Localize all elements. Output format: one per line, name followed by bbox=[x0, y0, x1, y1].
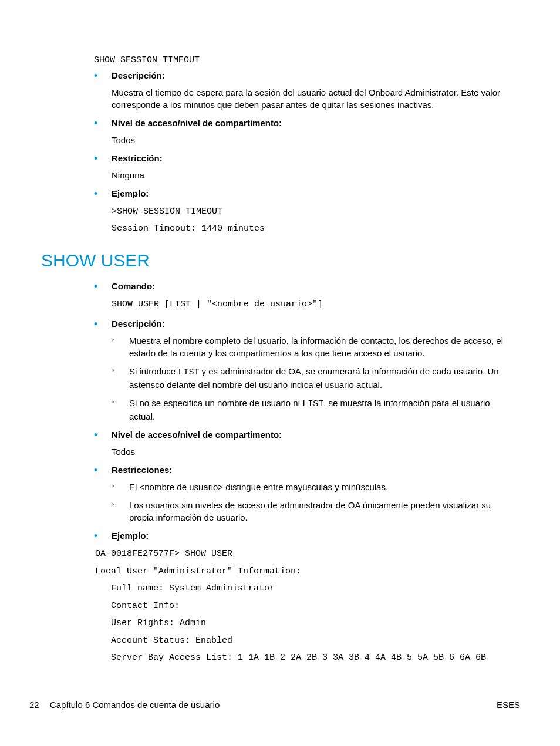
desc-sub-3-pre: Si no se especifica un nombre de usuario… bbox=[129, 398, 302, 408]
list-item: Ejemplo: >SHOW SESSION TIMEOUT Session T… bbox=[94, 188, 507, 237]
example-line: Local User "Administrator" Information: bbox=[95, 564, 507, 579]
access-label: Nivel de acceso/nivel de compartimento: bbox=[112, 430, 507, 440]
restriction-label: Restricción: bbox=[112, 153, 507, 163]
restrictions-label: Restricciones: bbox=[112, 465, 507, 475]
access-text: Todos bbox=[112, 134, 507, 146]
description-label: Descripción: bbox=[112, 319, 507, 329]
example-label: Ejemplo: bbox=[112, 531, 507, 541]
command-label: Comando: bbox=[112, 281, 507, 291]
description-label: Descripción: bbox=[112, 70, 507, 80]
section-heading: SHOW USER bbox=[41, 251, 507, 271]
sub-list: Muestra el nombre completo del usuario, … bbox=[112, 335, 507, 423]
example-line: Contact Info: bbox=[95, 599, 507, 614]
sub-list: El <nombre de usuario> distingue entre m… bbox=[112, 481, 507, 524]
list-item: Nivel de acceso/nivel de compartimento: … bbox=[94, 430, 507, 458]
list-item: Restricciones: El <nombre de usuario> di… bbox=[94, 465, 507, 524]
footer-left: 22 Capítulo 6 Comandos de cuenta de usua… bbox=[29, 700, 220, 710]
bulleted-list-2: Comando: SHOW USER [LIST | "<nombre de u… bbox=[94, 281, 507, 666]
sub-item: Los usuarios sin niveles de acceso de ad… bbox=[112, 499, 507, 524]
sub-item: El <nombre de usuario> distingue entre m… bbox=[112, 481, 507, 493]
example-line: Server Bay Access List: 1 1A 1B 2 2A 2B … bbox=[95, 650, 507, 666]
page-footer: 22 Capítulo 6 Comandos de cuenta de usua… bbox=[29, 700, 520, 710]
list-item: Descripción: Muestra el tiempo de espera… bbox=[94, 70, 507, 111]
content-area: SHOW SESSION TIMEOUT Descripción: Muestr… bbox=[94, 53, 507, 666]
list-item: Restricción: Ninguna bbox=[94, 153, 507, 181]
sub-item: Si no se especifica un nombre de usuario… bbox=[112, 397, 507, 423]
rest-sub-2: Los usuarios sin niveles de acceso de ad… bbox=[129, 500, 491, 522]
access-text: Todos bbox=[112, 445, 507, 458]
example-line: OA-0018FE27577F> SHOW USER bbox=[95, 546, 507, 562]
sub-item: Si introduce LIST y es administrador de … bbox=[112, 365, 507, 391]
desc-sub-3-code: LIST bbox=[302, 399, 323, 409]
example-line: User Rights: Admin bbox=[95, 616, 507, 631]
bulleted-list-1: Descripción: Muestra el tiempo de espera… bbox=[94, 70, 507, 237]
page-number: 22 bbox=[29, 700, 39, 710]
example-line: Full name: System Administrator bbox=[95, 581, 507, 596]
example-code-line: >SHOW SESSION TIMEOUT bbox=[112, 204, 507, 220]
example-code-line: Session Timeout: 1440 minutes bbox=[112, 221, 507, 237]
desc-sub-2-pre: Si introduce bbox=[129, 366, 178, 376]
example-line: Account Status: Enabled bbox=[95, 633, 507, 649]
list-item: Ejemplo: OA-0018FE27577F> SHOW USER Loca… bbox=[94, 531, 507, 666]
desc-sub-2-code: LIST bbox=[178, 367, 199, 377]
access-label: Nivel de acceso/nivel de compartimento: bbox=[112, 118, 507, 128]
list-item: Descripción: Muestra el nombre completo … bbox=[94, 319, 507, 423]
chapter-title: Capítulo 6 Comandos de cuenta de usuario bbox=[50, 700, 220, 710]
list-item: Comando: SHOW USER [LIST | "<nombre de u… bbox=[94, 281, 507, 312]
page: SHOW SESSION TIMEOUT Descripción: Muestr… bbox=[0, 0, 560, 746]
list-item: Nivel de acceso/nivel de compartimento: … bbox=[94, 118, 507, 146]
footer-right: ESES bbox=[497, 700, 520, 710]
description-text: Muestra el tiempo de espera para la sesi… bbox=[112, 86, 507, 111]
desc-sub-1: Muestra el nombre completo del usuario, … bbox=[129, 336, 503, 358]
command-code: SHOW USER [LIST | "<nombre de usuario>"] bbox=[112, 297, 507, 312]
restriction-text: Ninguna bbox=[112, 169, 507, 181]
command-code: SHOW SESSION TIMEOUT bbox=[94, 53, 507, 68]
example-block: OA-0018FE27577F> SHOW USER Local User "A… bbox=[95, 546, 507, 666]
rest-sub-1: El <nombre de usuario> distingue entre m… bbox=[129, 482, 388, 492]
example-label: Ejemplo: bbox=[112, 188, 507, 198]
sub-item: Muestra el nombre completo del usuario, … bbox=[112, 335, 507, 359]
